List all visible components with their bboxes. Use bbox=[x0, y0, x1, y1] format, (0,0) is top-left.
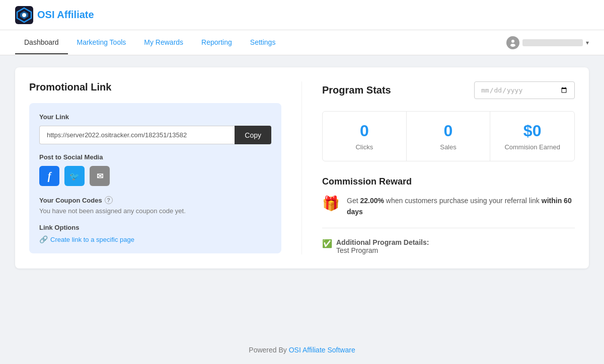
avatar bbox=[506, 36, 519, 49]
social-icons: f 🐦 ✉ bbox=[39, 166, 271, 186]
additional-value: Test Program bbox=[336, 246, 378, 254]
facebook-button[interactable]: f bbox=[39, 166, 59, 186]
gift-icon: 🎁 bbox=[322, 195, 340, 212]
facebook-icon: f bbox=[48, 170, 51, 182]
logo[interactable]: OSI Affiliate bbox=[15, 6, 94, 24]
link-box: Your Link Copy Post to Social Media f 🐦 bbox=[29, 103, 281, 253]
mail-icon: ✉ bbox=[97, 171, 103, 181]
create-link-text: Create link to a specific page bbox=[50, 236, 134, 243]
sales-value: 0 bbox=[415, 122, 482, 140]
logo-text: OSI Affiliate bbox=[37, 9, 94, 21]
nav-item-marketing-tools[interactable]: Marketing Tools bbox=[68, 31, 135, 54]
nav-item-reporting[interactable]: Reporting bbox=[192, 31, 241, 54]
nav: Dashboard Marketing Tools My Rewards Rep… bbox=[0, 30, 604, 55]
commission-reward-title: Commission Reward bbox=[322, 176, 575, 187]
promotional-link-section: Promotional Link Your Link Copy Post to … bbox=[29, 81, 302, 254]
program-stats-title: Program Stats bbox=[322, 84, 391, 96]
post-social-label: Post to Social Media bbox=[39, 153, 271, 161]
email-button[interactable]: ✉ bbox=[90, 166, 110, 186]
svg-point-4 bbox=[511, 40, 514, 43]
commission-label: Commision Earned bbox=[498, 143, 566, 151]
nav-item-dashboard[interactable]: Dashboard bbox=[15, 31, 68, 54]
stats-header: Program Stats bbox=[322, 81, 575, 99]
promotional-link-title: Promotional Link bbox=[29, 81, 281, 93]
svg-point-5 bbox=[510, 44, 515, 47]
commission-text: Get 22.00% when customers purchase using… bbox=[347, 195, 575, 218]
copy-button[interactable]: Copy bbox=[235, 126, 271, 144]
stats-grid: 0 Clicks 0 Sales $0 Commision Earned bbox=[322, 111, 575, 161]
clicks-stat: 0 Clicks bbox=[323, 112, 407, 161]
twitter-button[interactable]: 🐦 bbox=[64, 166, 85, 186]
footer-text: Powered By bbox=[249, 346, 288, 354]
header: OSI Affiliate bbox=[0, 0, 604, 30]
nav-item-settings[interactable]: Settings bbox=[241, 31, 285, 54]
footer: Powered By OSI Affiliate Software bbox=[0, 336, 604, 364]
chevron-down-icon: ▾ bbox=[586, 39, 589, 46]
link-options-label: Link Options bbox=[39, 224, 271, 231]
commission-before: Get bbox=[347, 197, 360, 205]
logo-icon bbox=[15, 6, 33, 24]
coupon-text: You have not been assigned any coupon co… bbox=[39, 207, 271, 215]
main-card: Promotional Link Your Link Copy Post to … bbox=[15, 67, 589, 268]
clicks-label: Clicks bbox=[331, 143, 398, 151]
twitter-icon: 🐦 bbox=[69, 171, 80, 181]
create-link-button[interactable]: 🔗 Create link to a specific page bbox=[39, 235, 271, 243]
nav-user[interactable]: ▾ bbox=[506, 36, 589, 49]
sales-stat: 0 Sales bbox=[407, 112, 491, 161]
your-link-label: Your Link bbox=[39, 113, 271, 121]
coupon-section: Your Coupon Codes ? You have not been as… bbox=[39, 196, 271, 215]
coupon-codes-label: Your Coupon Codes bbox=[39, 197, 102, 204]
program-stats-section: Program Stats 0 Clicks 0 Sales $0 Commis… bbox=[302, 81, 575, 254]
commission-middle: when customers purchase using your refer… bbox=[384, 197, 542, 205]
svg-point-3 bbox=[22, 13, 26, 17]
sales-label: Sales bbox=[415, 143, 482, 151]
nav-items: Dashboard Marketing Tools My Rewards Rep… bbox=[15, 31, 506, 54]
additional-text: Additional Program Details: Test Program bbox=[336, 238, 429, 254]
link-input[interactable] bbox=[39, 126, 235, 144]
additional-label: Additional Program Details: bbox=[336, 238, 429, 246]
link-input-row: Copy bbox=[39, 126, 271, 144]
commission-percentage: 22.00% bbox=[360, 197, 384, 205]
nav-item-my-rewards[interactable]: My Rewards bbox=[135, 31, 192, 54]
external-link-icon: 🔗 bbox=[39, 235, 48, 243]
clicks-value: 0 bbox=[331, 122, 398, 140]
coupon-title: Your Coupon Codes ? bbox=[39, 196, 271, 204]
commission-value: $0 bbox=[498, 122, 566, 140]
card-grid: Promotional Link Your Link Copy Post to … bbox=[29, 81, 575, 254]
commission-stat: $0 Commision Earned bbox=[490, 112, 574, 161]
user-name bbox=[522, 39, 583, 46]
coupon-help-icon[interactable]: ? bbox=[105, 196, 113, 204]
commission-box: 🎁 Get 22.00% when customers purchase usi… bbox=[322, 195, 575, 228]
footer-link[interactable]: OSI Affiliate Software bbox=[289, 346, 355, 354]
main-content: Promotional Link Your Link Copy Post to … bbox=[0, 55, 604, 336]
date-input[interactable] bbox=[474, 81, 575, 99]
check-icon: ✅ bbox=[322, 239, 332, 248]
additional-details: ✅ Additional Program Details: Test Progr… bbox=[322, 238, 575, 254]
